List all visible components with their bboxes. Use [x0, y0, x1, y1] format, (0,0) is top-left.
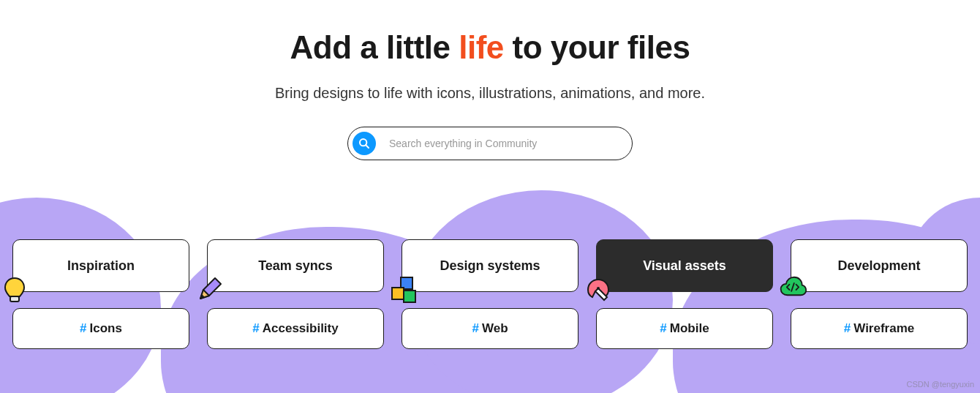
pencil-icon — [195, 275, 224, 304]
search-input[interactable] — [389, 138, 627, 149]
page-subtitle: Bring designs to life with icons, illust… — [0, 85, 980, 102]
watermark: CSDN @tengyuxin — [907, 380, 974, 389]
tag-label: Icons — [90, 321, 122, 336]
lightbulb-icon — [0, 275, 29, 304]
hash-symbol: # — [660, 321, 666, 336]
svg-rect-4 — [392, 288, 404, 299]
category-design-systems[interactable]: Design systems — [402, 239, 578, 292]
category-development[interactable]: Development — [791, 239, 968, 292]
category-row: Inspiration Team syncs Design systems Vi… — [12, 239, 968, 292]
tag-label: Accessibility — [263, 321, 339, 336]
pen-tool-icon — [584, 275, 613, 304]
category-label: Inspiration — [67, 258, 135, 274]
hash-symbol: # — [844, 321, 851, 336]
category-label: Visual assets — [643, 258, 726, 274]
tag-label: Wireframe — [853, 321, 914, 336]
search-bar[interactable] — [347, 127, 633, 160]
category-inspiration[interactable]: Inspiration — [12, 239, 189, 292]
title-accent: life — [459, 29, 504, 65]
tag-label: Web — [482, 321, 508, 336]
tag-icons[interactable]: #Icons — [12, 308, 189, 349]
svg-rect-2 — [10, 296, 19, 302]
search-icon[interactable] — [353, 132, 376, 155]
svg-line-1 — [366, 145, 369, 148]
category-label: Design systems — [440, 258, 540, 274]
tag-wireframe[interactable]: #Wireframe — [791, 308, 968, 349]
page-title: Add a little life to your files — [0, 29, 980, 66]
tag-web[interactable]: #Web — [402, 308, 578, 349]
category-visual-assets[interactable]: Visual assets — [596, 239, 773, 292]
category-team-syncs[interactable]: Team syncs — [207, 239, 384, 292]
svg-rect-5 — [404, 291, 415, 302]
tag-row: #Icons #Accessibility #Web #Mobile #Wire… — [12, 308, 968, 349]
hash-symbol: # — [472, 321, 478, 336]
category-label: Team syncs — [258, 258, 333, 274]
cloud-code-icon — [778, 275, 807, 304]
hash-symbol: # — [252, 321, 259, 336]
svg-point-6 — [597, 287, 600, 290]
tag-mobile[interactable]: #Mobile — [596, 308, 773, 349]
squares-icon — [389, 275, 418, 304]
category-label: Development — [837, 258, 920, 274]
tag-accessibility[interactable]: #Accessibility — [207, 308, 384, 349]
tag-label: Mobile — [670, 321, 709, 336]
hash-symbol: # — [80, 321, 86, 336]
